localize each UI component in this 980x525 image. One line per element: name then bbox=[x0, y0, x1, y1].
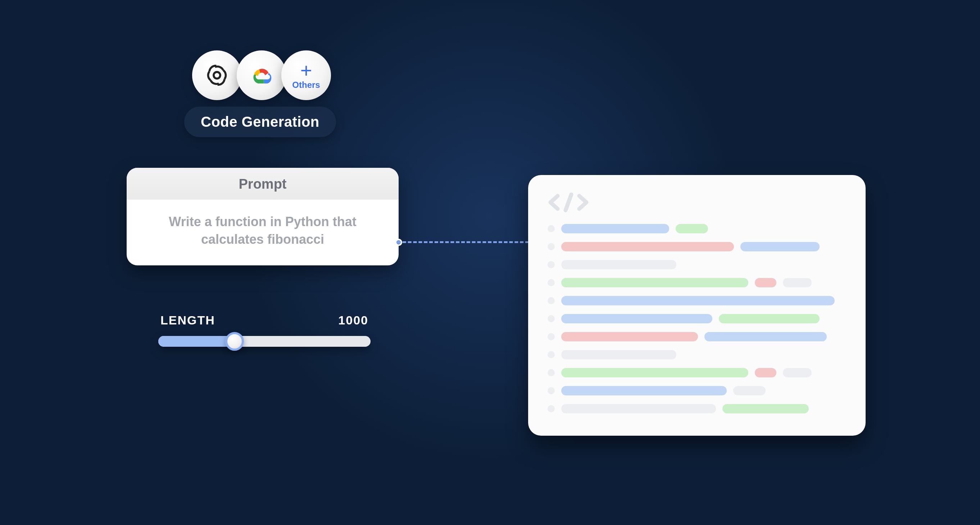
slider-value: 1000 bbox=[338, 313, 368, 327]
line-number-dot bbox=[547, 333, 555, 340]
slider-label: LENGTH bbox=[161, 313, 215, 327]
code-line bbox=[547, 242, 846, 251]
code-line bbox=[547, 404, 846, 413]
plus-icon: + bbox=[301, 61, 312, 81]
code-token bbox=[561, 386, 727, 396]
code-line bbox=[547, 260, 846, 269]
code-generation-label: Code Generation bbox=[184, 107, 336, 137]
code-token bbox=[755, 368, 776, 377]
code-token bbox=[561, 404, 716, 413]
line-number-dot bbox=[547, 315, 555, 322]
code-token bbox=[733, 386, 765, 396]
code-token bbox=[676, 224, 708, 233]
code-token bbox=[705, 332, 827, 341]
line-number-dot bbox=[547, 279, 555, 286]
provider-openai bbox=[192, 50, 242, 100]
line-number-dot bbox=[547, 405, 555, 412]
code-icon bbox=[547, 192, 846, 214]
connector-line bbox=[397, 241, 529, 243]
line-number-dot bbox=[547, 261, 555, 268]
slider-track[interactable] bbox=[158, 336, 371, 347]
code-token bbox=[561, 224, 669, 233]
line-number-dot bbox=[547, 387, 555, 394]
openai-icon bbox=[202, 60, 232, 90]
code-token bbox=[561, 278, 748, 287]
google-cloud-icon bbox=[248, 61, 275, 89]
code-line bbox=[547, 350, 846, 359]
code-token bbox=[561, 314, 712, 323]
line-number-dot bbox=[547, 225, 555, 232]
svg-point-0 bbox=[214, 72, 220, 78]
line-number-dot bbox=[547, 351, 555, 358]
prompt-header: Prompt bbox=[127, 168, 399, 199]
code-token bbox=[561, 350, 676, 359]
code-token bbox=[722, 404, 809, 413]
code-output-panel bbox=[528, 175, 865, 436]
code-token bbox=[719, 314, 819, 323]
code-line bbox=[547, 296, 846, 305]
others-label: Others bbox=[292, 80, 320, 90]
line-number-dot bbox=[547, 243, 555, 250]
code-token bbox=[561, 332, 698, 341]
prompt-text: Write a function in Python that calculat… bbox=[127, 199, 399, 265]
code-line bbox=[547, 386, 846, 396]
line-number-dot bbox=[547, 297, 555, 304]
code-lines bbox=[547, 224, 846, 413]
code-line bbox=[547, 224, 846, 233]
code-line bbox=[547, 368, 846, 377]
code-token bbox=[561, 260, 676, 269]
code-token bbox=[783, 278, 811, 287]
provider-google bbox=[237, 50, 286, 100]
code-token bbox=[783, 368, 811, 377]
code-token bbox=[740, 242, 819, 251]
provider-circles: + Others bbox=[192, 50, 326, 100]
code-line bbox=[547, 314, 846, 323]
line-number-dot bbox=[547, 369, 555, 376]
provider-others: + Others bbox=[282, 50, 331, 100]
code-token bbox=[755, 278, 776, 287]
code-token bbox=[561, 242, 734, 251]
slider-thumb[interactable] bbox=[225, 332, 244, 351]
prompt-card: Prompt Write a function in Python that c… bbox=[127, 168, 399, 265]
code-line bbox=[547, 278, 846, 287]
length-slider[interactable]: LENGTH 1000 bbox=[158, 313, 371, 347]
code-token bbox=[561, 368, 748, 377]
slider-fill bbox=[158, 336, 235, 347]
code-line bbox=[547, 332, 846, 341]
code-token bbox=[561, 296, 835, 305]
